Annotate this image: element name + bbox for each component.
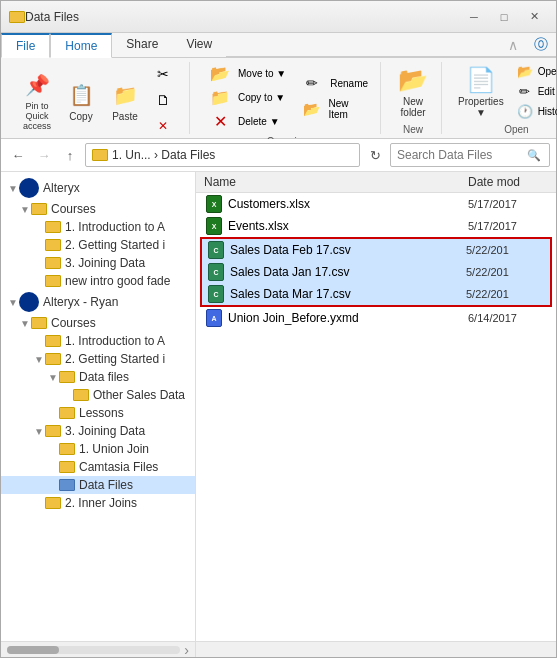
copy-button[interactable]: 📋 Copy — [61, 77, 101, 124]
refresh-button[interactable]: ↻ — [364, 144, 386, 166]
sidebar-item-intro2[interactable]: 1. Introduction to A — [1, 332, 195, 350]
sidebar-label: Courses — [51, 202, 96, 216]
tab-share[interactable]: Share — [112, 33, 172, 57]
sidebar-item-new-intro[interactable]: new intro good fade — [1, 272, 195, 290]
paste-shortcut-button[interactable]: ✕ — [149, 114, 181, 138]
file-item-sales-feb[interactable]: C Sales Data Feb 17.csv 5/22/201 — [202, 239, 550, 261]
back-button[interactable]: ← — [7, 144, 29, 166]
sidebar-item-joining-data2[interactable]: ▼ 3. Joining Data — [1, 422, 195, 440]
new-folder-label: Newfolder — [401, 96, 426, 118]
open-button[interactable]: 📂 Open ▼ — [512, 62, 557, 80]
sidebar-label: 1. Introduction to A — [65, 334, 165, 348]
file-item-union-join[interactable]: A Union Join_Before.yxmd 6/14/2017 — [196, 307, 556, 329]
search-input[interactable] — [397, 148, 527, 162]
paste-shortcut-icon: ✕ — [153, 116, 173, 136]
sidebar-label: Data Files — [79, 478, 133, 492]
expand-icon: ▼ — [19, 318, 31, 329]
file-date: 5/22/201 — [466, 288, 546, 300]
sidebar-item-getting-started[interactable]: 2. Getting Started i — [1, 236, 195, 254]
sidebar-scrollbar[interactable] — [7, 646, 180, 654]
properties-label: Properties▼ — [458, 96, 504, 118]
sidebar-item-intro[interactable]: 1. Introduction to A — [1, 218, 195, 236]
pin-button[interactable]: 📌 Pin to Quick access — [17, 67, 57, 133]
window-title: Data Files — [25, 10, 460, 24]
cut-button[interactable]: ✂ — [149, 62, 181, 86]
tab-file[interactable]: File — [1, 33, 50, 58]
pin-label: Pin to Quick access — [21, 101, 53, 131]
expand-icon: ▼ — [7, 297, 19, 308]
address-path[interactable]: 1. Un... › Data Files — [85, 143, 360, 167]
ribbon-collapse-btn[interactable]: ∧ — [500, 33, 526, 57]
copy-icon: 📋 — [65, 79, 97, 111]
new-folder-small-button[interactable]: 📂 New Item — [294, 96, 372, 122]
tab-view[interactable]: View — [172, 33, 226, 57]
folder-icon — [73, 389, 89, 401]
folder-icon — [59, 371, 75, 383]
file-name: Union Join_Before.yxmd — [228, 311, 468, 325]
folder-icon — [45, 221, 61, 233]
sidebar-item-courses2[interactable]: ▼ Courses — [1, 314, 195, 332]
new-folder-button[interactable]: 📂 Newfolder — [393, 62, 433, 120]
tab-home[interactable]: Home — [50, 33, 112, 58]
copy-label: Copy — [69, 111, 92, 122]
sidebar-item-joining-data[interactable]: 3. Joining Data — [1, 254, 195, 272]
sidebar-item-courses[interactable]: ▼ Courses — [1, 200, 195, 218]
sidebar-item-data-files-selected[interactable]: Data Files — [1, 476, 195, 494]
properties-button[interactable]: 📄 Properties▼ — [454, 62, 508, 120]
paste-button[interactable]: 📁 Paste — [105, 77, 145, 124]
sidebar-label: 3. Joining Data — [65, 256, 145, 270]
ribbon-tab-bar: File Home Share View ∧ ⓪ — [1, 33, 556, 58]
file-item-sales-mar[interactable]: C Sales Data Mar 17.csv 5/22/201 — [202, 283, 550, 305]
sidebar-item-inner-joins[interactable]: 2. Inner Joins — [1, 494, 195, 512]
file-explorer-window: Data Files ─ □ ✕ File Home Share View ∧ … — [0, 0, 557, 658]
file-item-events[interactable]: X Events.xlsx 5/17/2017 — [196, 215, 556, 237]
organize-items: 📂 Move to ▼ 📁 Copy to ▼ ✕ Delete ▼ — [202, 62, 372, 132]
yxmd-icon: A — [204, 310, 224, 326]
clipboard-items: 📌 Pin to Quick access 📋 Copy 📁 Paste — [17, 62, 181, 138]
sidebar-item-data-files[interactable]: ▼ Data files — [1, 368, 195, 386]
file-item-sales-jan[interactable]: C Sales Data Jan 17.csv 5/22/201 — [202, 261, 550, 283]
sidebar-label: Alteryx - Ryan — [43, 295, 118, 309]
yxmd-file-icon: A — [206, 309, 222, 327]
sidebar-label: Courses — [51, 316, 96, 330]
file-name: Events.xlsx — [228, 219, 468, 233]
sidebar-label: Lessons — [79, 406, 124, 420]
sidebar-item-alteryx[interactable]: ▼ Alteryx — [1, 176, 195, 200]
history-button[interactable]: 🕐 History — [512, 102, 557, 120]
new-folder-icon: 📂 — [397, 64, 429, 96]
file-date: 5/22/201 — [466, 244, 546, 256]
sidebar-item-union-join[interactable]: 1. Union Join — [1, 440, 195, 458]
windows-update-icon[interactable]: ⓪ — [526, 33, 556, 57]
up-button[interactable]: ↑ — [59, 144, 81, 166]
close-button[interactable]: ✕ — [520, 7, 548, 27]
file-item-customers[interactable]: X Customers.xlsx 5/17/2017 — [196, 193, 556, 215]
sidebar-scroll-right[interactable]: › — [184, 642, 189, 658]
folder-icon — [45, 239, 61, 251]
edit-icon: ✏ — [516, 84, 534, 98]
sidebar-label: Other Sales Data — [93, 388, 185, 402]
maximize-button[interactable]: □ — [490, 7, 518, 27]
expand-icon: ▼ — [47, 372, 59, 383]
xlsx-file-icon: X — [206, 195, 222, 213]
copy-path-button[interactable]: 🗋 — [149, 88, 181, 112]
minimize-button[interactable]: ─ — [460, 7, 488, 27]
open-items: 📄 Properties▼ 📂 Open ▼ ✏ Edit — [454, 62, 557, 120]
delete-button[interactable]: ✕ Delete ▼ — [202, 110, 290, 132]
cut-icon: ✂ — [153, 64, 173, 84]
sidebar-item-camtasia[interactable]: Camtasia Files — [1, 458, 195, 476]
move-to-button[interactable]: 📂 Move to ▼ — [202, 62, 290, 84]
csv-icon3: C — [206, 286, 226, 302]
folder-icon — [31, 317, 47, 329]
sidebar-label: new intro good fade — [65, 274, 170, 288]
sidebar-item-getting-started2[interactable]: ▼ 2. Getting Started i — [1, 350, 195, 368]
folder-icon — [45, 335, 61, 347]
sidebar-item-lessons[interactable]: Lessons — [1, 404, 195, 422]
search-box[interactable]: 🔍 — [390, 143, 550, 167]
forward-button[interactable]: → — [33, 144, 55, 166]
copy-to-button[interactable]: 📁 Copy to ▼ — [202, 86, 290, 108]
edit-button[interactable]: ✏ Edit — [512, 82, 557, 100]
rename-button[interactable]: ✏ Rename — [294, 72, 372, 94]
csv-file-icon3: C — [208, 285, 224, 303]
sidebar-item-alteryx-ryan[interactable]: ▼ Alteryx - Ryan — [1, 290, 195, 314]
sidebar-item-other-sales[interactable]: Other Sales Data — [1, 386, 195, 404]
